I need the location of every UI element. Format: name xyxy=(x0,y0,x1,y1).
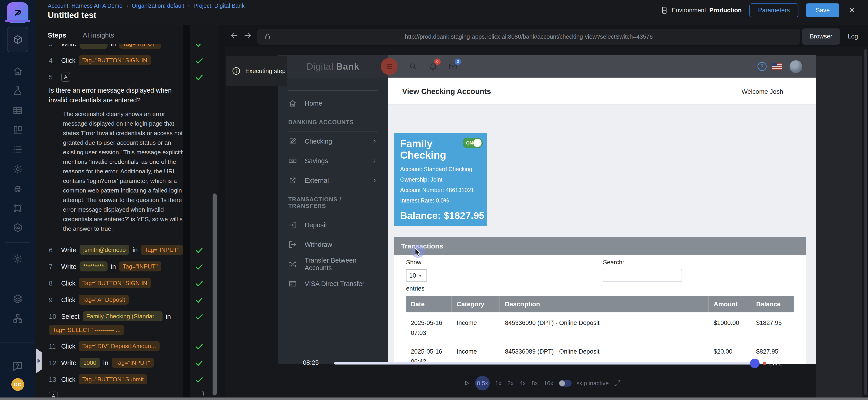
step-token: Tag="SELECT" ---------- ... xyxy=(49,325,124,335)
rail-item[interactable] xyxy=(12,159,23,179)
breadcrumb-link[interactable]: Project: Digital Bank xyxy=(193,2,245,9)
environment-label: Environment xyxy=(672,7,706,14)
table-header-cell[interactable]: Amount xyxy=(709,296,751,312)
breadcrumb-separator: › xyxy=(188,2,190,9)
app-page-title: View Checking Accounts xyxy=(402,87,491,96)
sidebar-item[interactable]: Savings xyxy=(288,151,378,171)
account-toggle[interactable]: ON xyxy=(463,138,483,148)
panel-collapse-handle[interactable] xyxy=(36,348,41,374)
sidebar-item[interactable]: Deposit xyxy=(288,215,378,235)
step-token: Tag="BUTTON" Submit xyxy=(79,374,147,384)
rail-item[interactable] xyxy=(12,81,23,101)
step-number: 8 xyxy=(49,278,58,288)
sidebar-item[interactable]: Checking xyxy=(288,132,378,151)
help-icon[interactable]: ? xyxy=(757,62,767,71)
user-avatar[interactable]: DC xyxy=(11,378,24,391)
messages-badge: 0 xyxy=(455,58,461,65)
playback-track[interactable] xyxy=(334,362,753,365)
rail-item[interactable] xyxy=(12,249,23,269)
rail-divider xyxy=(5,242,30,242)
step-number: 11 xyxy=(49,341,58,351)
help-chat-button[interactable] xyxy=(0,361,35,372)
table-header-cell[interactable]: Category xyxy=(452,296,500,312)
url-bar[interactable]: http://prod.dbank.staging-apps.relicx.ai… xyxy=(257,29,800,45)
check-icon xyxy=(195,375,204,384)
show-label: Show xyxy=(406,259,422,266)
speed-option[interactable]: 4x xyxy=(519,380,526,387)
sidebar-item-label: External xyxy=(305,177,329,184)
steps-scrollbar[interactable] xyxy=(213,193,217,396)
sidebar-item[interactable]: VISA Direct Transfer xyxy=(288,274,378,293)
active-module-indicator xyxy=(5,20,30,22)
rail-item[interactable] xyxy=(12,140,23,159)
app-user-avatar[interactable] xyxy=(789,60,802,73)
notifications-badge: 0 xyxy=(434,58,441,65)
app-brand[interactable]: Digital Bank xyxy=(278,55,388,78)
step-token: Tag="BUTTON" SIGN IN xyxy=(79,55,151,65)
table-header-cell[interactable]: Balance xyxy=(751,296,794,312)
table-row[interactable]: 2025-05-1607:03 Income 845336090 (DPT) -… xyxy=(406,312,794,341)
sidebar-toggle-button[interactable] xyxy=(381,58,398,75)
search-icon[interactable] xyxy=(408,62,417,71)
view-tab[interactable]: Log xyxy=(840,28,866,45)
speed-option[interactable]: 0.5x xyxy=(475,376,490,391)
speed-option[interactable]: 2x xyxy=(507,380,514,387)
rail-item[interactable] xyxy=(7,27,28,52)
browser-viewport: Digital Bank 0 0 ? xyxy=(225,47,868,398)
rail-item[interactable] xyxy=(12,218,23,237)
steps-scroll-area[interactable]: 3 Write*********inTag="INPUT" 4 xyxy=(35,44,218,398)
welcome-text: Welcome Josh xyxy=(742,88,783,95)
language-flag-icon[interactable] xyxy=(772,63,782,70)
speed-option[interactable]: 1x xyxy=(495,380,502,387)
bottom-strip xyxy=(0,398,868,400)
close-button[interactable]: ✕ xyxy=(847,6,857,15)
step-number: 6 xyxy=(49,245,58,255)
step-token: Tag="BUTTON" SIGN IN xyxy=(79,278,151,288)
steps-panel-tabs: StepsAI insights xyxy=(48,31,114,39)
parameters-button[interactable]: Parameters xyxy=(749,3,799,17)
fullscreen-icon[interactable] xyxy=(614,379,621,387)
skip-inactive-toggle[interactable] xyxy=(559,380,571,387)
rail-item[interactable] xyxy=(12,101,23,120)
step-token: Tag="A" Deposit xyxy=(79,295,129,305)
forward-button[interactable] xyxy=(243,30,253,40)
sidebar-item[interactable]: External xyxy=(288,171,378,190)
transactions-search-input[interactable] xyxy=(603,269,682,282)
rail-divider xyxy=(5,282,30,282)
step-number: 12 xyxy=(49,358,58,368)
sidebar-item-label: Transfer Between Accounts xyxy=(305,257,378,272)
view-tab[interactable]: Browser xyxy=(802,28,840,45)
table-header-cell[interactable]: Description xyxy=(500,296,709,312)
viewport-scrollbar[interactable] xyxy=(864,49,867,395)
speed-option[interactable]: 8x xyxy=(531,380,538,387)
sidebar-item[interactable]: Transfer Between Accounts xyxy=(288,254,378,274)
sidebar-item[interactable]: Withdraw xyxy=(288,235,378,254)
account-card[interactable]: FamilyChecking ON Account: Standard Chec… xyxy=(394,133,487,226)
sidebar-item[interactable]: Home xyxy=(288,93,378,113)
speed-option[interactable]: 16x xyxy=(544,380,554,387)
rail-item[interactable] xyxy=(12,120,23,140)
assertion-question: Is there an error message displayed when… xyxy=(49,86,179,105)
page-size-select[interactable]: 10 xyxy=(406,269,427,282)
breadcrumb-link[interactable]: Organization: default xyxy=(132,2,184,9)
playback-handle[interactable] xyxy=(750,359,760,368)
breadcrumb-link[interactable]: Account: Harness AITA Demo xyxy=(48,2,123,9)
breadcrumb-separator: › xyxy=(126,2,128,9)
panel-tab[interactable]: AI insights xyxy=(83,31,114,39)
rail-item[interactable] xyxy=(12,198,23,218)
table-row[interactable]: 2025-05-1606:42 Income 845336089 (DPT) -… xyxy=(406,341,794,364)
rail-item[interactable] xyxy=(12,61,23,81)
save-button[interactable]: Save xyxy=(806,3,839,17)
step-token: in xyxy=(111,261,116,272)
back-button[interactable] xyxy=(229,30,239,40)
panel-tab[interactable]: Steps xyxy=(48,31,66,39)
rail-item[interactable] xyxy=(12,179,23,198)
spinner-icon xyxy=(202,392,204,396)
table-header-cell[interactable]: Date xyxy=(406,296,452,312)
play-icon[interactable] xyxy=(463,379,470,387)
rail-item[interactable] xyxy=(12,309,23,328)
sidebar-divider xyxy=(288,90,378,91)
rail-item[interactable] xyxy=(12,289,23,309)
check-icon xyxy=(195,359,204,368)
executing-toast: Executing step xyxy=(226,56,287,86)
